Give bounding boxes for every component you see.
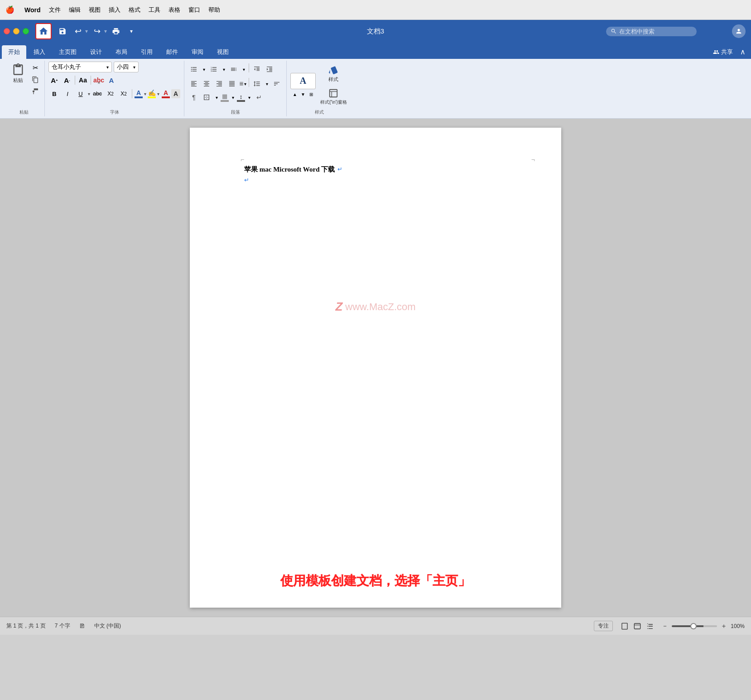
numbering-button[interactable] — [208, 63, 220, 75]
maximize-button[interactable] — [23, 28, 29, 34]
undo-button[interactable]: ↩ — [72, 25, 84, 38]
bullets-button[interactable] — [188, 63, 200, 75]
style-normal-button[interactable]: A — [290, 73, 316, 89]
align-dropdown[interactable]: ▾ — [239, 78, 247, 90]
styles-scroll-down[interactable]: ▼ — [299, 91, 307, 98]
bold-button[interactable]: B — [48, 88, 60, 100]
line-spacing-dropdown[interactable]: ▾ — [264, 78, 270, 90]
zoom-level[interactable]: 100% — [731, 623, 745, 629]
zoom-out-button[interactable]: － — [662, 622, 668, 630]
web-layout-button[interactable] — [632, 621, 643, 632]
increase-indent-button[interactable] — [264, 63, 275, 75]
font-shrink-button[interactable]: A- — [61, 74, 73, 86]
print-layout-button[interactable] — [619, 621, 630, 632]
para-extra-button[interactable]: ↵ — [253, 91, 265, 103]
font-family-selector[interactable]: 仓耳小丸子 ▾ — [48, 62, 112, 72]
menu-tools[interactable]: 工具 — [149, 6, 160, 14]
copy-button[interactable] — [30, 74, 41, 85]
line-spacing-button[interactable] — [251, 78, 263, 90]
tab-layout[interactable]: 布局 — [109, 45, 134, 59]
multilevel-dropdown[interactable]: ▾ — [241, 63, 247, 75]
underline-button[interactable]: U — [75, 88, 87, 100]
bullets-dropdown[interactable]: ▾ — [201, 63, 207, 75]
tab-review[interactable]: 审阅 — [185, 45, 210, 59]
menu-help[interactable]: 帮助 — [208, 6, 220, 14]
menu-table[interactable]: 表格 — [168, 6, 180, 14]
tab-start[interactable]: 开始 — [2, 45, 26, 59]
show-formatting-button[interactable]: ¶ — [188, 91, 200, 103]
align-right-button[interactable] — [213, 78, 225, 90]
redo-dropdown[interactable]: ▾ — [104, 28, 107, 34]
redo-button[interactable]: ↪ — [91, 25, 103, 38]
menu-format[interactable]: 格式 — [129, 6, 140, 14]
para-sort2-dropdown[interactable]: ▾ — [246, 91, 252, 103]
minimize-button[interactable] — [13, 28, 19, 34]
clear-format-button[interactable]: abc ✕ — [93, 74, 105, 86]
font-color-button[interactable]: A — [135, 89, 143, 98]
menu-edit[interactable]: 编辑 — [69, 6, 81, 14]
styles-window-button[interactable]: 样式{'\n'}窗格 — [318, 86, 349, 107]
zoom-in-button[interactable]: ＋ — [721, 622, 727, 630]
tab-references[interactable]: 引用 — [135, 45, 159, 59]
align-center-button[interactable] — [201, 78, 212, 90]
font-grow-button[interactable]: A+ — [48, 74, 60, 86]
menu-view[interactable]: 视图 — [89, 6, 101, 14]
tab-home-view[interactable]: 主页图 — [53, 45, 83, 59]
undo-dropdown[interactable]: ▾ — [85, 28, 88, 34]
customize-button[interactable]: ▾ — [125, 25, 138, 38]
user-button[interactable] — [732, 24, 746, 38]
save-button[interactable] — [56, 25, 69, 38]
shading-dropdown[interactable]: ▾ — [230, 91, 236, 103]
highlight-dropdown[interactable]: ▾ — [157, 91, 159, 96]
focus-label[interactable]: 专注 — [594, 621, 613, 631]
tab-view[interactable]: 视图 — [211, 45, 235, 59]
zoom-slider[interactable] — [672, 625, 717, 627]
italic-button[interactable]: I — [62, 88, 73, 100]
close-button[interactable] — [4, 28, 10, 34]
paste-button[interactable]: 粘贴 — [7, 62, 29, 85]
tab-insert[interactable]: 插入 — [27, 45, 52, 59]
menu-file[interactable]: 文件 — [49, 6, 61, 14]
align-left-button[interactable] — [188, 78, 200, 90]
doc-title-line[interactable]: 苹果 mac Microsoft Word 下载 ↵ — [244, 164, 525, 175]
subscript-button[interactable]: X2 — [105, 88, 116, 100]
styles-button[interactable]: 样式 — [327, 63, 340, 85]
numbering-dropdown[interactable]: ▾ — [221, 63, 227, 75]
decrease-indent-button[interactable] — [251, 63, 263, 75]
text-color-button[interactable]: A — [162, 89, 170, 98]
home-button[interactable] — [35, 23, 52, 39]
para-sort2-button[interactable]: ↕ — [237, 93, 245, 102]
menu-insert[interactable]: 插入 — [109, 6, 120, 14]
share-button[interactable]: 共享 — [708, 48, 737, 59]
justify-button[interactable] — [226, 78, 238, 90]
cut-button[interactable]: ✂ — [30, 62, 41, 73]
font-color-dropdown[interactable]: ▾ — [144, 91, 146, 96]
multilevel-button[interactable] — [228, 63, 240, 75]
superscript-button[interactable]: X2 — [118, 88, 130, 100]
strikethrough-button[interactable]: abc — [91, 88, 103, 100]
outline-view-button[interactable] — [645, 621, 655, 632]
print-button[interactable] — [110, 25, 122, 38]
highlight-button[interactable]: ✍ — [148, 89, 156, 98]
format-painter-button[interactable] — [30, 86, 41, 97]
shading-button[interactable]: A — [171, 89, 180, 98]
language-indicator[interactable]: 中文 (中国) — [94, 622, 121, 630]
clear-all-button[interactable]: A — [106, 74, 117, 86]
styles-scroll-up[interactable]: ▲ — [291, 91, 298, 98]
apple-menu[interactable]: 🍎 — [5, 5, 14, 14]
tab-design[interactable]: 设计 — [84, 45, 108, 59]
shading-para-button[interactable]: ▦ — [221, 93, 229, 102]
proofing-icon[interactable]: 🖹 — [79, 623, 85, 629]
search-input[interactable] — [619, 28, 683, 35]
borders-dropdown[interactable]: ▾ — [213, 91, 220, 103]
menu-window[interactable]: 窗口 — [188, 6, 200, 14]
tab-mail[interactable]: 邮件 — [160, 45, 184, 59]
collapse-ribbon-button[interactable]: ∧ — [738, 48, 749, 59]
sort-button[interactable] — [271, 78, 283, 90]
font-size-selector[interactable]: 小四 ▾ — [114, 62, 139, 72]
paragraph-align-row: ▾ ▾ — [188, 78, 283, 90]
borders-button[interactable] — [201, 91, 212, 103]
change-case-button[interactable]: Aa — [77, 74, 89, 86]
styles-expand[interactable]: ⊞ — [308, 91, 315, 98]
underline-dropdown[interactable]: ▾ — [88, 91, 90, 96]
